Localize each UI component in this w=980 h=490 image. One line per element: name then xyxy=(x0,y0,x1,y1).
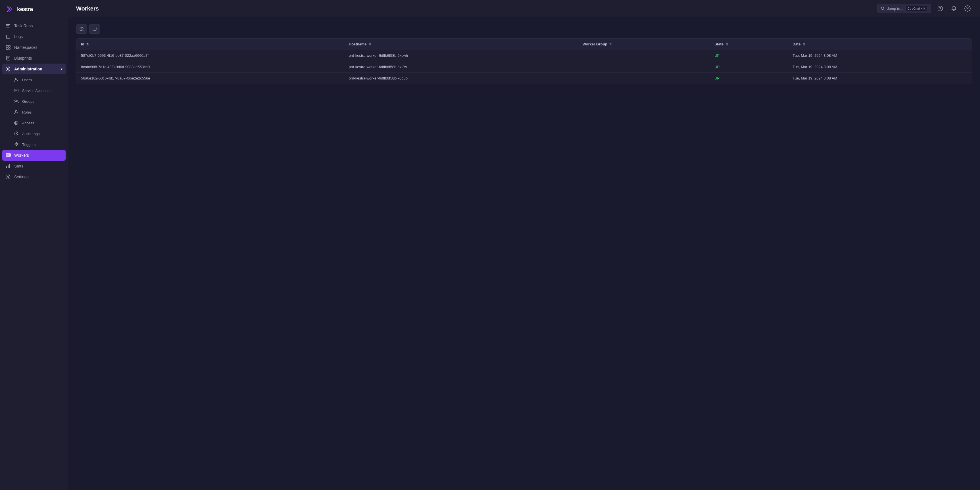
access-icon xyxy=(14,121,19,125)
svg-point-10 xyxy=(15,78,17,80)
sort-icon-hostname: ⇅ xyxy=(369,43,371,46)
keyboard-shortcut: Ctrl/Cmd + K xyxy=(905,6,928,11)
jump-to-button[interactable]: Jump to... Ctrl/Cmd + K xyxy=(877,4,931,13)
sidebar-item-service-accounts[interactable]: Service Accounts xyxy=(0,85,68,96)
sidebar-item-label-triggers: Triggers xyxy=(22,143,35,147)
table-row[interactable]: 587ef0b7-5993-4f16-be87-022aa6660a7fprd-… xyxy=(76,50,972,61)
sidebar-item-roles[interactable]: Roles xyxy=(0,107,68,117)
cell-date: Tue, Mar 19, 2024 3:08 AM xyxy=(788,50,972,61)
sidebar-item-namespaces[interactable]: Namespaces xyxy=(0,42,68,53)
content-area: Id ⇅ Hostname ⇅ Worker Group ⇅ State xyxy=(68,17,980,490)
jump-to-label: Jump to... xyxy=(887,6,903,11)
table-header-row: Id ⇅ Hostname ⇅ Worker Group ⇅ State xyxy=(76,39,972,50)
svg-point-18 xyxy=(16,123,16,123)
sidebar-item-access[interactable]: Access xyxy=(0,117,68,128)
disable-autorefresh-button[interactable] xyxy=(76,24,87,34)
svg-rect-7 xyxy=(8,48,10,49)
no-refresh-icon xyxy=(79,27,84,31)
bell-icon xyxy=(951,6,957,11)
svg-rect-2 xyxy=(6,25,9,26)
blueprints-icon xyxy=(6,56,11,61)
cell-hostname: prd-kestra-worker-6dffb6f58b-k6b5b xyxy=(344,73,578,84)
sidebar-item-label-groups: Groups xyxy=(22,99,34,104)
namespaces-icon xyxy=(6,45,11,50)
logo-area[interactable]: kestra xyxy=(0,0,68,18)
sidebar-item-administration[interactable]: Administration ▾ xyxy=(2,63,65,75)
svg-point-13 xyxy=(15,100,16,101)
sidebar-item-stats[interactable]: Stats xyxy=(0,161,68,171)
cell-hostname: prd-kestra-worker-6dffb6f58b-hxl2w xyxy=(344,61,578,73)
svg-point-9 xyxy=(7,68,9,70)
svg-rect-11 xyxy=(14,89,18,92)
toolbar xyxy=(76,24,972,34)
users-icon xyxy=(14,77,19,82)
svg-point-15 xyxy=(15,111,17,112)
status-badge: UP xyxy=(714,65,719,69)
refresh-button[interactable] xyxy=(89,24,100,34)
table-row[interactable]: 56a6e102-53c6-4d17-8a07-f6be2e2c556eprd-… xyxy=(76,73,972,84)
sidebar-item-triggers[interactable]: Triggers xyxy=(0,139,68,150)
sidebar-item-blueprints[interactable]: Blueprints xyxy=(0,53,68,63)
logs-icon xyxy=(6,34,11,39)
task-runs-icon xyxy=(6,23,11,29)
cell-state: UP xyxy=(710,61,788,73)
user-avatar-button[interactable] xyxy=(963,4,972,13)
svg-rect-26 xyxy=(9,164,10,168)
svg-point-32 xyxy=(967,7,968,9)
page-title: Workers xyxy=(76,5,99,12)
avatar-icon xyxy=(964,5,970,12)
sort-icon-state: ⇅ xyxy=(726,43,728,46)
workers-icon xyxy=(6,153,11,158)
nav-section: Task Runs Logs Namespaces xyxy=(0,18,68,490)
cell-id: 56a6e102-53c6-4d17-8a07-f6be2e2c556e xyxy=(76,73,344,84)
refresh-icon xyxy=(92,27,97,31)
svg-rect-0 xyxy=(6,5,15,14)
sidebar-item-label-namespaces: Namespaces xyxy=(14,45,38,50)
status-badge: UP xyxy=(714,76,719,80)
cell-worker-group xyxy=(578,73,710,84)
sidebar-item-workers[interactable]: Workers xyxy=(2,150,65,161)
sidebar: kestra Task Runs Logs xyxy=(0,0,68,490)
sidebar-item-audit-logs[interactable]: Audit Logs xyxy=(0,128,68,139)
sidebar-item-label-roles: Roles xyxy=(22,110,32,114)
sidebar-item-label-task-runs: Task Runs xyxy=(14,24,33,28)
sidebar-item-users[interactable]: Users xyxy=(0,75,68,85)
svg-rect-4 xyxy=(6,45,8,47)
col-id[interactable]: Id ⇅ xyxy=(76,39,344,50)
topbar-right: Jump to... Ctrl/Cmd + K xyxy=(877,4,972,13)
svg-rect-1 xyxy=(6,24,10,25)
svg-point-29 xyxy=(938,6,943,11)
table-row[interactable]: 8cabc888-7a1c-49f8-9d6d-9083ae553ca9prd-… xyxy=(76,61,972,73)
sidebar-item-label-users: Users xyxy=(22,78,32,82)
cell-worker-group xyxy=(578,61,710,73)
sort-icon-worker-group: ⇅ xyxy=(609,43,612,46)
svg-rect-25 xyxy=(8,165,8,168)
col-date[interactable]: Date ⇅ xyxy=(788,39,972,50)
sidebar-item-groups[interactable]: Groups xyxy=(0,96,68,107)
cell-hostname: prd-kestra-worker-6dffb6f58b-5kcwh xyxy=(344,50,578,61)
col-hostname[interactable]: Hostname ⇅ xyxy=(344,39,578,50)
svg-point-28 xyxy=(881,7,884,10)
groups-icon xyxy=(14,99,19,104)
svg-point-27 xyxy=(8,176,9,178)
col-state[interactable]: State ⇅ xyxy=(710,39,788,50)
svg-rect-3 xyxy=(6,27,10,27)
sidebar-item-logs[interactable]: Logs xyxy=(0,31,68,42)
sidebar-item-settings[interactable]: Settings xyxy=(0,171,68,182)
sidebar-item-task-runs[interactable]: Task Runs xyxy=(0,21,68,31)
help-button[interactable] xyxy=(936,4,945,13)
cell-date: Tue, Mar 19, 2024 3:08 AM xyxy=(788,73,972,84)
col-id-label: Id xyxy=(81,42,84,46)
roles-icon xyxy=(14,109,19,115)
notifications-button[interactable] xyxy=(949,4,958,13)
svg-rect-24 xyxy=(6,167,7,168)
col-worker-group[interactable]: Worker Group ⇅ xyxy=(578,39,710,50)
sidebar-item-label-access: Access xyxy=(22,121,34,125)
sidebar-item-label-service-accounts: Service Accounts xyxy=(22,89,51,93)
audit-logs-icon xyxy=(14,131,19,136)
sidebar-item-label-logs: Logs xyxy=(14,34,23,39)
svg-point-30 xyxy=(940,10,940,10)
col-state-label: State xyxy=(714,42,724,46)
cell-state: UP xyxy=(710,50,788,61)
chevron-down-icon: ▾ xyxy=(61,68,62,71)
